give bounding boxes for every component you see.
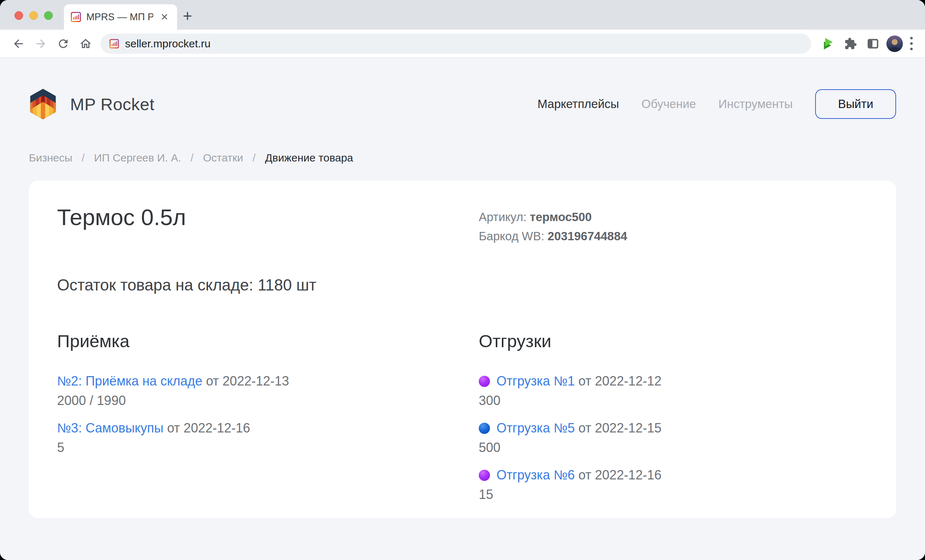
new-tab-button[interactable]: +: [183, 5, 192, 27]
side-panel-icon[interactable]: [862, 33, 884, 55]
logout-button[interactable]: Выйти: [815, 89, 896, 119]
receipt-link[interactable]: №2: Приёмка на складе: [57, 373, 202, 388]
nav-marketplaces[interactable]: Маркетплейсы: [537, 97, 619, 111]
shipment-item: Отгрузка №5 от 2022-12-15 500: [479, 418, 868, 458]
extensions-puzzle-icon[interactable]: [839, 33, 862, 55]
shipment-date: от 2022-12-16: [579, 468, 661, 482]
breadcrumb-separator: /: [190, 152, 193, 164]
shipment-item: Отгрузка №6 от 2022-12-16 15: [479, 465, 868, 504]
main-nav: Маркетплейсы Обучение Инструменты: [537, 97, 793, 111]
tab-strip: MPRS — МП Рокет ✕ +: [0, 0, 925, 30]
mp-rocket-logo-icon: [29, 89, 57, 120]
nav-tools[interactable]: Инструменты: [718, 97, 793, 111]
home-button[interactable]: [74, 33, 97, 55]
article-label: Артикул:: [479, 210, 526, 224]
brand[interactable]: MP Rocket: [29, 89, 155, 120]
barcode-value: 203196744884: [548, 229, 627, 243]
browser-menu-icon[interactable]: [905, 37, 918, 50]
shipment-status-dot: [479, 376, 490, 387]
nav-education[interactable]: Обучение: [641, 97, 696, 111]
receipts-heading: Приёмка: [57, 331, 479, 351]
shipment-link[interactable]: Отгрузка №1: [496, 373, 575, 388]
shipment-status-dot: [479, 423, 490, 434]
shipments-section: Отгрузки Отгрузка №1 от 2022-12-12 300 О…: [479, 331, 868, 512]
page-content: MP Rocket Маркетплейсы Обучение Инструме…: [0, 58, 925, 560]
stock-label: Остаток товара на складе:: [57, 276, 253, 294]
breadcrumb-seller[interactable]: ИП Сергеев И. А.: [94, 152, 181, 164]
shipment-value: 15: [479, 485, 868, 504]
receipt-link[interactable]: №3: Самовыкупы: [57, 420, 163, 435]
breadcrumb-stocks[interactable]: Остатки: [203, 152, 243, 164]
receipt-value: 5: [57, 438, 479, 458]
receipt-item: №3: Самовыкупы от 2022-12-16 5: [57, 418, 479, 458]
address-bar[interactable]: seller.mprocket.ru: [101, 34, 811, 54]
browser-window: MPRS — МП Рокет ✕ + seller.mprocket.ru: [0, 0, 925, 560]
breadcrumb-separator: /: [253, 152, 255, 164]
shipment-item: Отгрузка №1 от 2022-12-12 300: [479, 372, 868, 410]
product-title: Термос 0.5л: [57, 206, 479, 229]
window-controls: [14, 11, 53, 20]
receipt-date: от 2022-12-16: [167, 420, 250, 435]
site-favicon-icon: [71, 12, 81, 23]
site-favicon-icon: [109, 39, 119, 49]
barcode-label: Баркод WB:: [479, 229, 544, 243]
shipment-value: 300: [479, 391, 868, 410]
shipment-date: от 2022-12-12: [579, 373, 661, 388]
brand-name: MP Rocket: [70, 94, 155, 114]
breadcrumb-separator: /: [82, 152, 84, 164]
browser-tab[interactable]: MPRS — МП Рокет ✕: [64, 5, 177, 30]
profile-avatar[interactable]: [886, 35, 903, 52]
barcode-row: Баркод WB: 203196744884: [479, 227, 868, 246]
url-text: seller.mprocket.ru: [125, 38, 211, 50]
shipment-link[interactable]: Отгрузка №6: [496, 468, 575, 482]
article-row: Артикул: термос500: [479, 208, 868, 227]
forward-button[interactable]: [30, 33, 52, 55]
receipts-section: Приёмка №2: Приёмка на складе от 2022-12…: [57, 331, 479, 512]
product-meta: Артикул: термос500 Баркод WB: 2031967448…: [479, 206, 868, 246]
browser-toolbar: seller.mprocket.ru: [0, 30, 925, 58]
reload-button[interactable]: [52, 33, 74, 55]
back-button[interactable]: [7, 33, 30, 55]
article-value: термос500: [530, 210, 592, 224]
minimize-window-button[interactable]: [29, 11, 38, 20]
shipment-value: 500: [479, 438, 868, 458]
receipt-value: 2000 / 1990: [57, 391, 479, 410]
tab-title: MPRS — МП Рокет: [86, 12, 153, 23]
site-header: MP Rocket Маркетплейсы Обучение Инструме…: [29, 89, 896, 119]
shipment-date: от 2022-12-15: [579, 420, 661, 435]
stock-value: 1180 шт: [258, 276, 316, 294]
breadcrumb: Бизнесы / ИП Сергеев И. А. / Остатки / Д…: [29, 152, 896, 164]
stock-line: Остаток товара на складе: 1180 шт: [57, 276, 868, 294]
receipt-date: от 2022-12-13: [206, 373, 289, 388]
breadcrumb-businesses[interactable]: Бизнесы: [29, 152, 72, 164]
close-window-button[interactable]: [14, 11, 23, 20]
extension-play-icon[interactable]: [817, 33, 839, 55]
close-tab-icon[interactable]: ✕: [158, 11, 170, 24]
breadcrumb-current: Движение товара: [265, 152, 353, 164]
shipment-link[interactable]: Отгрузка №5: [496, 420, 575, 435]
product-card: Термос 0.5л Артикул: термос500 Баркод WB…: [29, 181, 896, 518]
receipt-item: №2: Приёмка на складе от 2022-12-13 2000…: [57, 372, 479, 410]
shipments-heading: Отгрузки: [479, 331, 868, 351]
zoom-window-button[interactable]: [44, 11, 53, 20]
shipment-status-dot: [479, 470, 490, 481]
